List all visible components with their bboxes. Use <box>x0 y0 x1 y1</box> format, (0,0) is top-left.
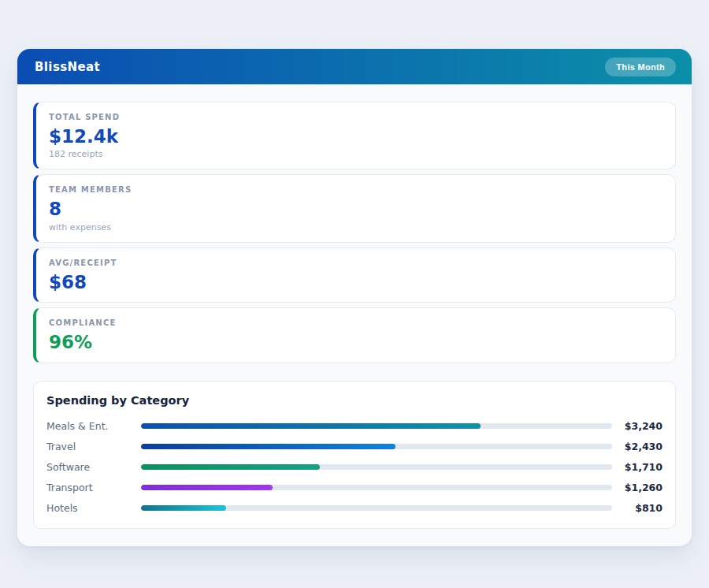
bar-fill-travel <box>141 444 395 449</box>
period-badge[interactable]: This Month <box>605 58 676 76</box>
app-title: BlissNeat <box>35 60 100 74</box>
category-value: $810 <box>612 502 663 514</box>
bar-fill-meals <box>141 423 481 429</box>
category-value: $3,240 <box>612 420 663 432</box>
category-label: Transport <box>46 482 141 493</box>
category-label: Software <box>46 461 141 473</box>
category-value: $1,260 <box>612 482 663 493</box>
chart-row-transport: Transport $1,260 <box>46 482 663 493</box>
stat-value: $12.4k <box>49 126 663 147</box>
category-label: Meals & Ent. <box>46 420 141 432</box>
bar-fill-transport <box>141 485 273 490</box>
chart-row-software: Software $1,710 <box>46 462 663 473</box>
dashboard-content: TOTAL SPEND $12.4k 182 receipts TEAM MEM… <box>17 84 692 546</box>
stat-label: TOTAL SPEND <box>49 113 663 121</box>
bar-track <box>141 423 612 429</box>
chart-row-travel: Travel $2,430 <box>46 441 663 452</box>
stat-label: TEAM MEMBERS <box>49 185 663 194</box>
category-label: Hotels <box>46 502 141 514</box>
bar-track <box>141 444 612 449</box>
stat-card-team-members: TEAM MEMBERS 8 with expenses <box>33 174 676 242</box>
stat-subtext: 182 receipts <box>49 149 663 159</box>
stat-value: 8 <box>49 199 663 219</box>
chart-row-hotels: Hotels $810 <box>46 503 663 514</box>
stat-value: $68 <box>49 272 663 292</box>
bar-fill-software <box>141 464 320 470</box>
spending-by-category-chart: Spending by Category Meals & Ent. $3,240… <box>33 381 676 529</box>
stat-card-avg-receipt: AVG/RECEIPT $68 <box>33 247 676 303</box>
category-label: Travel <box>46 441 141 452</box>
bar-track <box>141 485 612 490</box>
stat-subtext: with expenses <box>49 222 663 233</box>
app-header: BlissNeat This Month <box>17 49 692 84</box>
category-value: $2,430 <box>612 441 663 452</box>
category-value: $1,710 <box>612 461 663 473</box>
chart-title: Spending by Category <box>46 394 663 407</box>
stat-label: COMPLIANCE <box>49 318 663 327</box>
stat-card-compliance: COMPLIANCE 96% <box>33 307 676 363</box>
bar-track <box>141 464 612 470</box>
stat-value: 96% <box>49 332 663 352</box>
stat-label: AVG/RECEIPT <box>49 259 663 267</box>
dashboard-panel: BlissNeat This Month TOTAL SPEND $12.4k … <box>17 49 692 546</box>
bar-track <box>141 505 612 511</box>
stat-card-total-spend: TOTAL SPEND $12.4k 182 receipts <box>33 102 676 169</box>
chart-row-meals: Meals & Ent. $3,240 <box>46 421 663 432</box>
bar-fill-hotels <box>141 505 226 511</box>
